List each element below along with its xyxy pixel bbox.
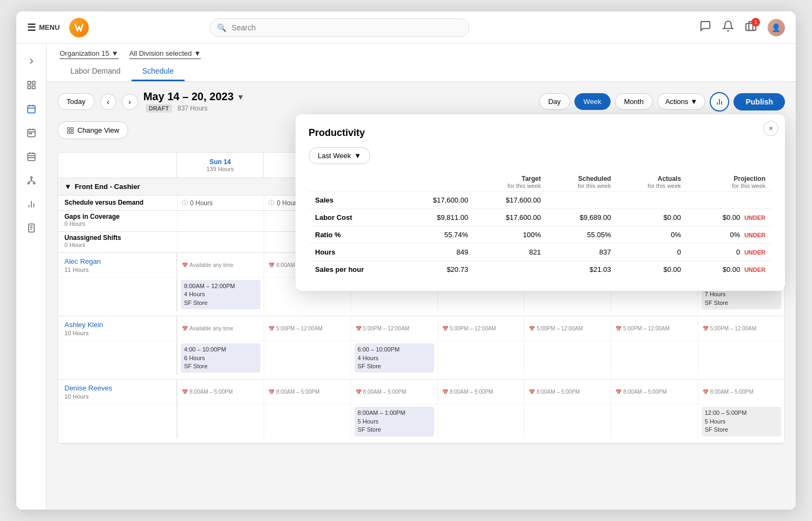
sidebar-calendar3-button[interactable] (21, 146, 42, 167)
modal-close-button[interactable]: × (763, 121, 778, 136)
prev-week-button[interactable]: ‹ (100, 94, 116, 110)
sidebar-calendar2-button[interactable] (21, 122, 42, 144)
sidebar-org-chart-button[interactable] (21, 170, 42, 191)
svg-rect-36 (68, 127, 70, 129)
ashley-shift-tue[interactable]: 6:00 – 10:00PM 4 Hours SF Store (351, 341, 437, 375)
denise-shift-sat[interactable]: 12:00 – 5:00PM 5 Hours SF Store (698, 405, 784, 438)
hours-proj-status: UNDER (744, 249, 765, 256)
alec-shift-sun[interactable]: 8:00AM – 12:00PM 4 Hours SF Store (177, 278, 264, 311)
ashley-shift-store-tue: SF Store (358, 362, 431, 370)
col-projection-label: Projection (734, 175, 765, 183)
denise-name[interactable]: Denise Reeves (64, 384, 170, 392)
user-avatar[interactable]: 👤 (768, 19, 785, 36)
unassigned-label: Unassigned Shifts 0 Hours (58, 232, 177, 252)
svg-rect-3 (28, 86, 30, 89)
denise-shift-sun (177, 405, 264, 438)
org-label: Organization 15 (60, 49, 109, 57)
ratio-actuals: 0% (618, 226, 687, 244)
publish-button[interactable]: Publish (734, 93, 785, 110)
chat-icon[interactable] (699, 20, 711, 35)
denise-shift-tue[interactable]: 8:00AM – 1:00PM 5 Hours SF Store (351, 405, 437, 438)
alec-shift-time-sun: 8:00AM – 12:00PM (184, 282, 257, 290)
division-selector[interactable]: All Division selected ▼ (129, 49, 201, 59)
gaps-hours: 0 Hours (64, 220, 171, 227)
col-metric (309, 173, 402, 192)
labor-proj-status: UNDER (744, 214, 765, 221)
denise-avail-fri: 📅 8:00AM – 5:00PM (611, 380, 697, 404)
col-target: Target for this week (475, 173, 547, 192)
division-label: All Division selected (129, 49, 192, 57)
ratio-metric: Ratio % (309, 226, 402, 244)
denise-shift-mon (264, 405, 350, 438)
ashley-shift-time-sun: 4:00 – 10:00PM (184, 346, 257, 354)
alec-shift-block-sun[interactable]: 8:00AM – 12:00PM 4 Hours SF Store (181, 280, 260, 309)
denise-shift-time-tue: 8:00AM – 1:00PM (358, 409, 431, 417)
alec-name[interactable]: Alec Regan (64, 257, 170, 265)
day-view-button[interactable]: Day (539, 93, 570, 110)
denise-shift-store-sat: SF Store (705, 426, 778, 434)
alec-shift-store-sat: SF Store (705, 299, 778, 307)
sales-scheduled (547, 192, 617, 209)
alec-info: Alec Regan 11 Hours (58, 253, 177, 277)
prod-row-labor: Labor Cost $9,811.00 $17,600.00 $9,689.0… (309, 209, 772, 226)
labor-actuals: $0.00 (618, 209, 687, 226)
notification-badge: 1 (751, 18, 760, 27)
cal-icon-ashley-wed: 📅 (442, 326, 448, 331)
ashley-shift-block-sun[interactable]: 4:00 – 10:00PM 6 Hours SF Store (181, 343, 260, 373)
section-collapse-icon[interactable]: ▼ (64, 183, 71, 191)
sidebar-dashboard-button[interactable] (21, 74, 42, 96)
cal-icon-ashley-sat: 📅 (703, 326, 709, 331)
date-nav: Today ‹ › May 14 – 20, 2023 ▼ DRAFT 837 … (57, 90, 244, 113)
labor-target: $17,600.00 (475, 209, 547, 226)
draft-badge: DRAFT (146, 104, 172, 113)
search-input[interactable] (209, 18, 469, 37)
svg-rect-37 (71, 127, 73, 129)
ashley-shift-mon (264, 341, 350, 375)
last-week-button[interactable]: Last Week ▼ (309, 147, 370, 164)
briefcase-icon[interactable]: 1 (745, 20, 757, 35)
org-caret-icon: ▼ (112, 49, 119, 57)
next-week-button[interactable]: › (122, 94, 138, 110)
ashley-info: Ashley Klein 10 Hours (58, 316, 177, 341)
ashley-shift-sun[interactable]: 4:00 – 10:00PM 6 Hours SF Store (177, 341, 264, 375)
ratio-value: 55.74% (402, 226, 474, 244)
svg-rect-5 (28, 106, 35, 113)
gaps-title: Gaps in Coverage (64, 213, 171, 220)
month-view-button[interactable]: Month (615, 93, 653, 110)
tab-schedule[interactable]: Schedule (132, 62, 185, 81)
today-button[interactable]: Today (57, 93, 95, 110)
productivity-title: Productivity (309, 127, 772, 139)
view-controls: Day Week Month Actions ▼ (539, 92, 785, 112)
ashley-shift-block-tue[interactable]: 6:00 – 10:00PM 4 Hours SF Store (355, 343, 434, 373)
denise-shift-block-tue[interactable]: 8:00AM – 1:00PM 5 Hours SF Store (355, 407, 434, 436)
denise-avail-row: Denise Reeves 10 Hours 📅 8:00AM – 5:00PM… (58, 380, 784, 405)
sidebar-calendar-button[interactable] (21, 98, 42, 120)
ashley-shift-fri (611, 341, 697, 375)
tab-labor-demand[interactable]: Labor Demand (60, 62, 132, 81)
productivity-chart-button[interactable] (710, 92, 729, 112)
sph-proj-val: $0.00 (723, 265, 741, 273)
ratio-proj-val: 0% (730, 231, 740, 239)
sidebar-collapse-button[interactable] (21, 50, 42, 72)
sidebar-icons (16, 44, 47, 510)
menu-button[interactable]: ☰ MENU (27, 22, 60, 34)
ashley-avail-tue: 📅 5:00PM – 12:00AM (351, 316, 437, 341)
org-selector[interactable]: Organization 15 ▼ (60, 49, 119, 59)
change-view-button[interactable]: Change View (57, 121, 128, 139)
ashley-name[interactable]: Ashley Klein (64, 321, 170, 329)
denise-shift-block-sat[interactable]: 12:00 – 5:00PM 5 Hours SF Store (702, 407, 781, 436)
last-week-label: Last Week (318, 152, 351, 160)
week-view-button[interactable]: Week (574, 93, 611, 110)
actions-button[interactable]: Actions ▼ (657, 93, 706, 110)
change-view-label: Change View (77, 126, 119, 134)
top-nav: ☰ MENU 🔍 (16, 11, 796, 44)
labor-metric: Labor Cost (309, 209, 402, 226)
sidebar-tasks-button[interactable] (21, 217, 42, 239)
sph-value: $20.73 (402, 261, 474, 278)
sidebar-analytics-button[interactable] (21, 193, 42, 215)
actions-label: Actions (665, 97, 689, 106)
bell-icon[interactable] (722, 20, 734, 35)
labor-scheduled: $9,689.00 (547, 209, 617, 226)
labor-projection: $0.00 UNDER (687, 209, 772, 226)
sph-projection: $0.00 UNDER (687, 261, 772, 278)
